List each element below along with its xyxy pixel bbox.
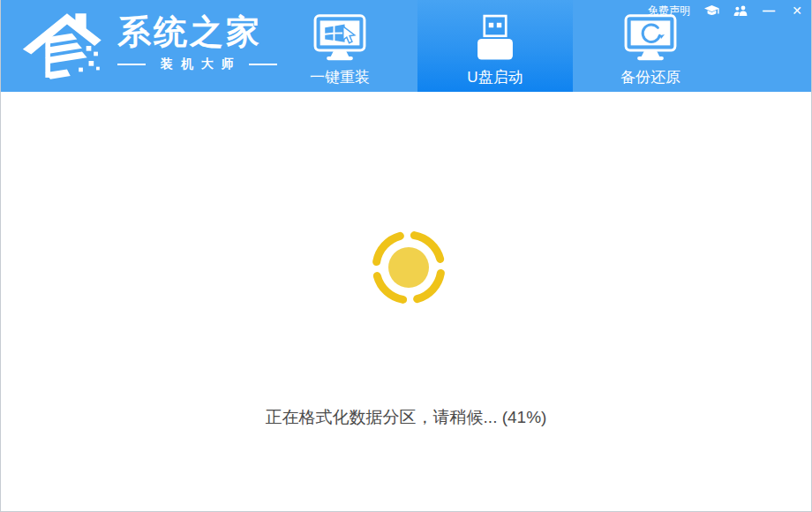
app-header: 系统之家 装机大师 [1,0,811,92]
tab-label: 备份还原 [620,67,680,87]
monitor-windows-icon [313,10,366,66]
app-logo: 系统之家 装机大师 [20,5,277,87]
house-logo-icon [20,5,112,87]
logo-text: 系统之家 装机大师 [117,14,277,72]
tab-label: 一键重装 [310,67,370,87]
logo-subtitle: 装机大师 [161,56,242,72]
logo-subtitle-line: 装机大师 [117,56,277,72]
logo-title: 系统之家 [117,14,277,51]
progress-status-text: 正在格式化数据分区，请稍候... (41%) [1,406,811,429]
content-area: 正在格式化数据分区，请稍候... (41%) [1,92,811,511]
app-window: 系统之家 装机大师 [0,0,812,512]
loading-spinner-icon [368,227,449,308]
tab-usb-boot[interactable]: U盘启动 [417,0,573,92]
users-icon[interactable] [733,5,748,16]
close-button[interactable]: ✕ [790,4,804,17]
titlebar-controls: 免费声明 — ✕ [648,0,804,21]
graduation-cap-icon[interactable] [704,5,719,17]
minimize-button[interactable]: — [762,4,776,17]
tab-one-click-reinstall[interactable]: 一键重装 [262,0,417,92]
free-disclaimer-link[interactable]: 免费声明 [648,4,690,19]
usb-drive-icon [470,10,521,66]
logo-dash-left [117,64,146,65]
tab-label: U盘启动 [467,67,523,87]
